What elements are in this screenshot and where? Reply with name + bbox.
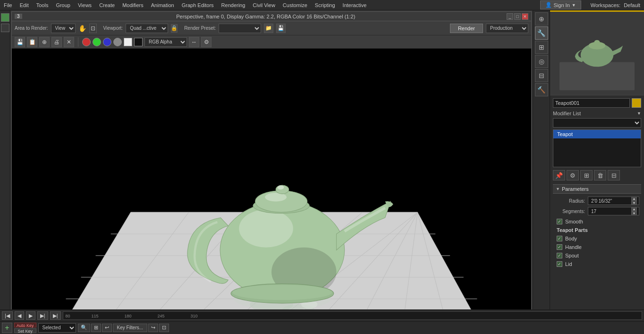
prev-frame-btn[interactable]: ◀ <box>15 311 24 320</box>
nav-icon-2[interactable]: ↪ <box>148 324 158 332</box>
motion-icon-btn[interactable]: ◎ <box>535 55 548 68</box>
menu-group[interactable]: Group <box>52 1 74 9</box>
menu-interactive[interactable]: Interactive <box>339 1 371 9</box>
go-start-btn[interactable]: |◀ <box>2 311 13 320</box>
black-display-btn[interactable] <box>134 38 143 46</box>
menu-modifiers[interactable]: Modifiers <box>119 1 147 9</box>
object-name-input[interactable] <box>553 98 630 108</box>
red-channel-btn[interactable] <box>82 38 91 46</box>
maximize-button[interactable]: □ <box>514 13 521 20</box>
display-icon-btn[interactable]: ⊟ <box>535 69 548 82</box>
modifier-actions: 📌 ⚙ ⊞ 🗑 ⊟ <box>553 170 641 180</box>
lock-icon[interactable]: 🔒 <box>171 24 178 33</box>
menu-scripting[interactable]: Scripting <box>311 1 339 9</box>
body-checkbox[interactable]: ✓ <box>557 236 562 241</box>
radius-row: Radius: 2'0 16/32" ▲ ▼ <box>553 197 641 205</box>
play-btn[interactable]: ▶ <box>26 311 35 320</box>
handle-checkbox[interactable]: ✓ <box>557 244 562 250</box>
next-frame-btn[interactable]: ▶| <box>37 311 48 320</box>
right-icon-toolbar: ⊕ 🔧 ⊞ ◎ ⊟ 🔨 <box>533 10 550 334</box>
render-preset-select[interactable] <box>219 24 261 33</box>
preset-folder-icon[interactable]: 📁 <box>264 24 273 33</box>
preview-svg <box>550 10 644 95</box>
left-tool-btn-1[interactable] <box>1 13 9 22</box>
print-btn[interactable]: 🖨 <box>51 37 62 47</box>
close-button[interactable]: ✕ <box>522 13 528 20</box>
nav-icon-3[interactable]: ⊡ <box>159 324 169 332</box>
svg-point-30 <box>278 185 284 189</box>
radius-spin-down[interactable]: ▼ <box>631 201 637 205</box>
smooth-checkbox[interactable]: ✓ <box>557 219 562 224</box>
radius-spinner[interactable]: ▲ ▼ <box>631 197 637 205</box>
render-button[interactable]: Render <box>450 24 483 33</box>
set-key-button[interactable]: Set Key <box>14 328 36 333</box>
modify-icon-btn[interactable]: 🔧 <box>535 26 548 40</box>
nav-icon-1[interactable]: ↩ <box>102 324 112 332</box>
segments-spinner[interactable]: ▲ ▼ <box>631 207 637 215</box>
modifier-instance-btn[interactable]: ⊞ <box>580 170 593 180</box>
white-display-btn[interactable] <box>124 38 132 46</box>
auto-key-button[interactable]: Auto Key <box>14 323 36 327</box>
menu-customize[interactable]: Customize <box>279 1 311 9</box>
left-tool-btn-2[interactable] <box>1 24 9 32</box>
display-settings-btn[interactable]: ⚙ <box>201 37 212 47</box>
object-color-swatch[interactable] <box>632 98 641 108</box>
menu-file[interactable]: File <box>0 1 16 9</box>
ruler-mark-180: 180 <box>125 314 132 318</box>
menu-civil-view[interactable]: Civil View <box>249 1 279 9</box>
production-select[interactable]: Production <box>486 24 528 33</box>
modifier-stack-item-teapot[interactable]: Teapot <box>553 130 641 138</box>
viewport-select[interactable]: Quad ...ctive <box>126 24 168 33</box>
search-btn[interactable]: 🔍 <box>78 324 90 332</box>
clear-btn[interactable]: ✕ <box>64 37 74 47</box>
segments-spin-down[interactable]: ▼ <box>631 211 637 215</box>
alpha-channel-btn[interactable] <box>113 38 122 46</box>
radius-spin-up[interactable]: ▲ <box>631 197 637 201</box>
modifier-settings-btn[interactable]: ⚙ <box>567 170 579 180</box>
filter-btn[interactable]: ⊞ <box>91 324 101 332</box>
sign-in-button[interactable]: 👤 Sign In ▼ <box>540 0 581 9</box>
spout-checkbox[interactable]: ✓ <box>557 253 562 258</box>
params-collapse-icon[interactable]: ▼ <box>556 187 560 191</box>
selected-dropdown[interactable]: Selected <box>38 323 76 333</box>
menu-graph-editors[interactable]: Graph Editors <box>178 1 218 9</box>
menu-edit[interactable]: Edit <box>16 1 33 9</box>
modifier-config-btn[interactable]: ⊟ <box>608 170 620 180</box>
utilities-icon-btn[interactable]: 🔨 <box>535 83 548 96</box>
menu-animation[interactable]: Animation <box>147 1 178 9</box>
green-channel-btn[interactable] <box>93 38 101 46</box>
menu-views[interactable]: Views <box>74 1 95 9</box>
render-window-title: Perspective, frame 0, Display Gamma: 2.2… <box>25 14 507 19</box>
lid-label: Lid <box>565 261 572 267</box>
area-to-render-label: Area to Render: <box>15 26 48 31</box>
minimize-button[interactable]: _ <box>507 13 513 20</box>
pin-modifier-btn[interactable]: 📌 <box>553 170 565 180</box>
menu-create[interactable]: Create <box>95 1 119 9</box>
create-icon-btn[interactable]: ⊕ <box>535 12 548 26</box>
area-to-render-select[interactable]: View <box>51 24 76 33</box>
preset-save-icon[interactable]: 💾 <box>276 24 286 33</box>
menu-rendering[interactable]: Rendering <box>218 1 249 9</box>
menu-tools[interactable]: Tools <box>33 1 52 9</box>
copy-image-btn[interactable]: 📋 <box>27 37 37 47</box>
blue-channel-btn[interactable] <box>103 38 111 46</box>
timeline-ruler[interactable]: 80 115 180 245 310 <box>63 311 642 320</box>
workspaces-area: Workspaces: Default <box>587 1 644 9</box>
render-titlebar: 3 Perspective, frame 0, Display Gamma: 2… <box>12 12 531 21</box>
dropdown-arrow-icon: ▼ <box>572 3 576 8</box>
go-end-btn[interactable]: ▶| <box>50 311 61 320</box>
params-header: ▼ Parameters <box>553 184 641 194</box>
segments-spin-up[interactable]: ▲ <box>631 207 637 211</box>
modifier-list-dropdown[interactable] <box>553 118 641 128</box>
hierarchy-icon-btn[interactable]: ⊞ <box>535 41 548 54</box>
channel-select[interactable]: RGB Alpha <box>144 37 187 47</box>
key-filters-button[interactable]: Key Filters... <box>113 324 148 332</box>
save-image-btn[interactable]: 💾 <box>15 37 25 47</box>
fullscreen-icon[interactable]: ⊡ <box>89 24 97 33</box>
clone-image-btn[interactable]: ⊕ <box>39 37 50 47</box>
render-toolbar-1: Area to Render: View ✋ ⊡ Viewport: Quad … <box>12 21 531 35</box>
lid-checkbox[interactable]: ✓ <box>557 261 562 267</box>
flip-h-btn[interactable]: ↔ <box>189 37 199 47</box>
delete-modifier-btn[interactable]: 🗑 <box>594 170 606 180</box>
add-key-button[interactable]: + <box>2 323 12 333</box>
